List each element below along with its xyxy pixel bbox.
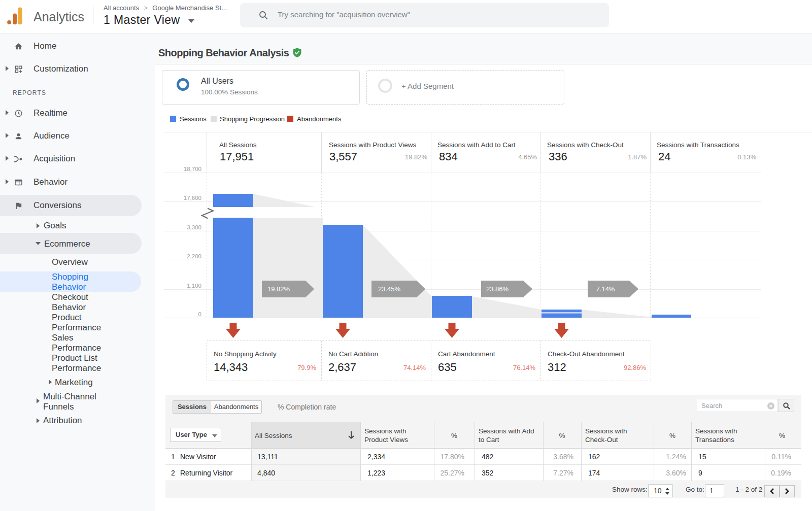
- svg-text:17,600: 17,600: [184, 195, 201, 201]
- svg-text:635: 635: [438, 361, 457, 373]
- svg-text:Sessions with Add to Cart: Sessions with Add to Cart: [437, 141, 516, 149]
- svg-text:No Cart Addition: No Cart Addition: [328, 350, 378, 358]
- svg-text:18,700: 18,700: [184, 166, 201, 172]
- svg-text:Check-Out Abandonment: Check-Out Abandonment: [548, 350, 625, 358]
- svg-text:No Shopping Activity: No Shopping Activity: [214, 350, 277, 358]
- svg-text:23.86%: 23.86%: [486, 285, 509, 293]
- svg-text:Sessions with Product Views: Sessions with Product Views: [329, 141, 417, 149]
- svg-text:312: 312: [548, 361, 566, 373]
- svg-text:7.14%: 7.14%: [596, 285, 615, 293]
- svg-text:23.45%: 23.45%: [378, 285, 401, 293]
- svg-text:Sessions with Check-Out: Sessions with Check-Out: [547, 141, 624, 149]
- svg-text:834: 834: [439, 150, 458, 163]
- svg-text:2,637: 2,637: [328, 361, 356, 373]
- svg-text:1.87%: 1.87%: [628, 153, 647, 161]
- svg-text:2,200: 2,200: [187, 253, 201, 259]
- svg-text:92.86%: 92.86%: [624, 364, 647, 371]
- svg-text:Sessions with Transactions: Sessions with Transactions: [657, 141, 739, 149]
- svg-text:3,300: 3,300: [187, 224, 201, 230]
- svg-text:19.82%: 19.82%: [267, 285, 290, 293]
- svg-text:76.14%: 76.14%: [513, 364, 536, 371]
- svg-text:79.9%: 79.9%: [297, 364, 316, 371]
- svg-text:4.65%: 4.65%: [518, 153, 537, 161]
- svg-text:74.14%: 74.14%: [403, 364, 426, 371]
- svg-text:17,951: 17,951: [220, 150, 254, 163]
- svg-text:19.82%: 19.82%: [405, 153, 428, 161]
- svg-text:1,100: 1,100: [187, 283, 201, 289]
- svg-text:0.13%: 0.13%: [737, 153, 756, 161]
- svg-text:24: 24: [658, 150, 670, 163]
- svg-text:Cart Abandonment: Cart Abandonment: [438, 350, 495, 358]
- svg-text:336: 336: [549, 150, 567, 163]
- svg-text:0: 0: [198, 311, 201, 317]
- svg-text:All Sessions: All Sessions: [219, 141, 257, 149]
- svg-text:3,557: 3,557: [329, 150, 357, 163]
- svg-text:14,343: 14,343: [214, 361, 248, 373]
